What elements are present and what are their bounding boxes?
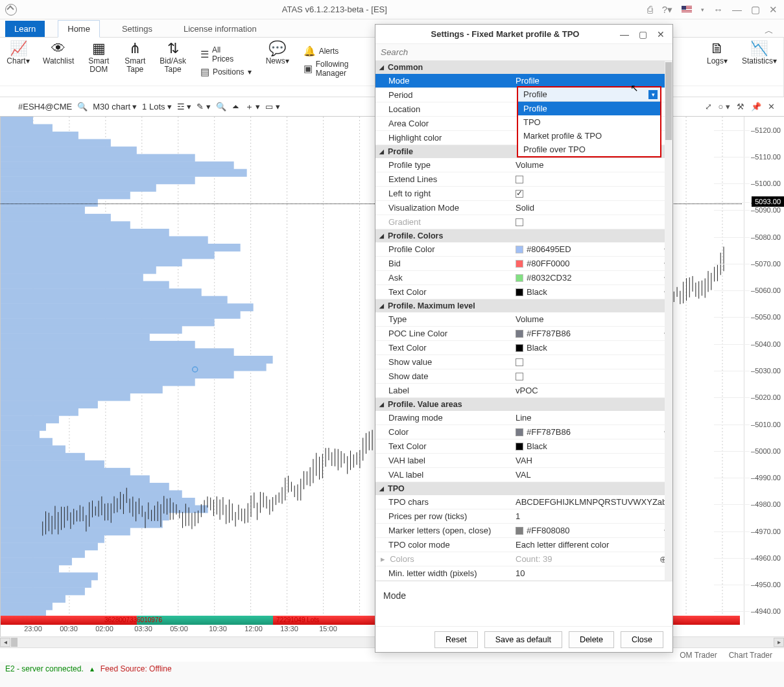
dropdown-header[interactable]: Profile▾ [518, 87, 660, 102]
section-profile-max[interactable]: ◢Profile. Maximum level [375, 299, 672, 312]
template-icon[interactable]: ▭ ▾ [265, 102, 280, 111]
layers-icon[interactable]: ☲ ▾ [177, 102, 192, 111]
svg-rect-46 [1, 311, 241, 319]
row-visualization-mode[interactable]: Visualization ModeSolid [375, 201, 672, 215]
search-icon[interactable]: 🔍 [77, 102, 88, 111]
tab-settings[interactable]: Settings [113, 21, 161, 37]
collapse-ribbon-icon[interactable]: ︿ [765, 25, 784, 37]
server-status: E2 - server connected. [5, 664, 84, 673]
instrument-selector[interactable]: #ESH4@CME [18, 102, 72, 111]
dialog-maximize-button[interactable]: ▢ [634, 29, 652, 40]
svg-rect-47 [1, 318, 215, 326]
section-profile-va[interactable]: ◢Profile. Value areas [375, 398, 672, 411]
row-min-letter-width[interactable]: Min. letter width (pixels)10 [375, 566, 672, 581]
chevron-down-icon[interactable]: ▾ [648, 90, 658, 99]
dropdown-option-profile-over-tpo[interactable]: Profile over TPO [518, 143, 660, 156]
timeframe-selector[interactable]: M30 chart ▾ [93, 102, 137, 111]
row-marker-letters[interactable]: Marker letters (open, close)#FF808080▾ [375, 524, 672, 538]
dialog-search-input[interactable] [375, 44, 672, 60]
save-default-button[interactable]: Save as default [484, 631, 562, 648]
help-icon[interactable]: ?▾ [662, 4, 672, 16]
circle-tool-icon[interactable]: ○ ▾ [719, 102, 730, 111]
positions-button[interactable]: ▤Positions ▾ [195, 65, 257, 79]
tab-license[interactable]: License information [174, 21, 266, 37]
indicator-icon[interactable]: ⏶ [232, 102, 240, 111]
scroll-thumb[interactable] [11, 638, 18, 647]
row-max-text-color[interactable]: Text ColorBlack [375, 341, 672, 355]
language-flag-icon[interactable] [682, 6, 692, 13]
row-left-to-right[interactable]: Left to right [375, 187, 672, 201]
reset-button[interactable]: Reset [434, 631, 478, 648]
dialog-close-button[interactable]: ✕ [652, 29, 670, 40]
pen-icon[interactable]: ✎ ▾ [196, 102, 211, 111]
watchlist-button[interactable]: 👁Watchlist [36, 38, 80, 86]
alerts-button[interactable]: 🔔Alerts [298, 44, 354, 58]
logs-button[interactable]: 🗎Logs▾ [699, 38, 735, 86]
smart-dom-button[interactable]: ▦Smart DOM [80, 38, 117, 86]
close-dialog-button[interactable]: Close [621, 631, 663, 648]
row-va-color[interactable]: Color#FF787B86▾ [375, 425, 672, 439]
svg-rect-29 [1, 184, 156, 192]
row-bid-color[interactable]: Bid#80FF0000▾ [375, 257, 672, 271]
tab-home[interactable]: Home [58, 20, 100, 38]
row-show-date[interactable]: Show date [375, 369, 672, 384]
row-prices-per-row[interactable]: Prices per row (ticks)1 [375, 509, 672, 524]
bidask-icon: ⇅ [167, 41, 179, 56]
zoom-icon[interactable]: 🔍 [216, 102, 226, 111]
smart-tape-button[interactable]: ⋔Smart Tape [117, 38, 153, 86]
row-vah-label[interactable]: VAH labelVAH [375, 454, 672, 468]
price-axis[interactable]: –5120.00–5110.00–5100.00–5093.00–5090.00… [744, 117, 784, 625]
tab-learn[interactable]: Learn [5, 21, 45, 37]
minimize-button[interactable]: — [732, 4, 742, 15]
row-profile-color[interactable]: Profile Color#806495ED▾ [375, 242, 672, 257]
row-show-value[interactable]: Show value [375, 355, 672, 369]
crosshair-icon[interactable]: ＋ ▾ [245, 101, 261, 113]
row-tpo-chars[interactable]: TPO charsABCDEFGHIJKLMNPQRSTUVWXYZabc [375, 495, 672, 509]
following-manager-button[interactable]: ▣Following Manager [298, 58, 354, 79]
dropdown-option-tpo[interactable]: TPO [518, 115, 660, 129]
pin-icon[interactable]: 📌 [751, 102, 761, 111]
maximize-button[interactable]: ▢ [751, 4, 760, 16]
tab-chart-trader[interactable]: Chart Trader [729, 651, 772, 660]
svg-rect-28 [1, 176, 195, 184]
row-tpo-color-mode[interactable]: TPO color modeEach letter different colo… [375, 538, 672, 552]
lots-selector[interactable]: 1 Lots ▾ [142, 102, 171, 111]
detach-icon[interactable]: ↔ [713, 4, 723, 15]
section-profile-colors[interactable]: ◢Profile. Colors [375, 229, 672, 242]
news-button[interactable]: 💬News▾ [259, 38, 296, 86]
dropdown-option-profile[interactable]: Profile [518, 102, 660, 115]
dropdown-option-market-profile-tpo[interactable]: Market profile & TPO [518, 129, 660, 143]
scroll-right-icon[interactable]: ▸ [774, 638, 784, 647]
close-button[interactable]: ✕ [769, 4, 778, 16]
row-ask-color[interactable]: Ask#8032CD32▾ [375, 271, 672, 285]
tools-icon[interactable]: ⚒ [737, 102, 744, 111]
row-val-label[interactable]: VAL labelVAL [375, 468, 672, 482]
svg-rect-48 [1, 326, 182, 334]
delete-button[interactable]: Delete [569, 631, 614, 648]
row-label[interactable]: LabelvPOC [375, 384, 672, 398]
row-max-type[interactable]: TypeVolume [375, 312, 672, 327]
dialog-scrollbar[interactable] [665, 61, 672, 581]
dialog-minimize-button[interactable]: — [615, 29, 634, 40]
row-extend-lines[interactable]: Extend Lines [375, 172, 672, 187]
row-poc-color[interactable]: POC Line Color#FF787B86▾ [375, 327, 672, 341]
row-va-drawmode[interactable]: Drawing modeLine [375, 411, 672, 425]
screenshot-icon[interactable]: ⎙ [647, 4, 653, 15]
bidask-tape-button[interactable]: ⇅Bid/Ask Tape [153, 38, 193, 86]
svg-rect-76 [1, 535, 104, 543]
scroll-left-icon[interactable]: ◂ [0, 638, 10, 647]
chart-button[interactable]: 📈Chart▾ [0, 38, 36, 86]
chart-close-icon[interactable]: ✕ [768, 102, 775, 111]
statistics-button[interactable]: 📉Statistics▾ [735, 38, 783, 86]
row-gradient[interactable]: Gradient [375, 215, 672, 229]
row-va-text-color[interactable]: Text ColorBlack [375, 439, 672, 454]
row-profile-type[interactable]: Profile typeVolume [375, 158, 672, 172]
fullscreen-icon[interactable]: ⤢ [705, 102, 712, 111]
section-tpo[interactable]: ◢TPO [375, 482, 672, 495]
row-colors[interactable]: ▸ ColorsCount: 39⊕ [375, 552, 672, 566]
section-common[interactable]: ◢Common [375, 61, 672, 74]
svg-rect-40 [1, 266, 156, 274]
all-prices-button[interactable]: ☰All Prices [195, 44, 257, 65]
tab-om-trader[interactable]: OM Trader [680, 651, 717, 660]
row-text-color[interactable]: Text ColorBlack▾ [375, 285, 672, 299]
